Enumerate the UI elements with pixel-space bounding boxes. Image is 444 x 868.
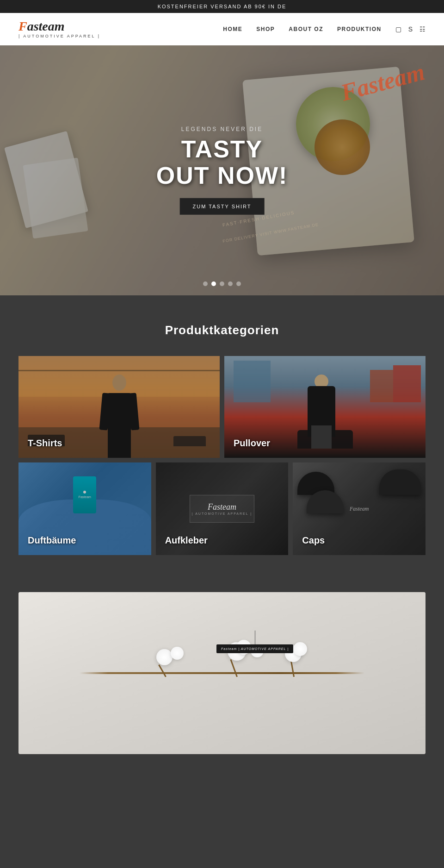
top-banner: KOSTENFREIER VERSAND AB 90€ IN DE xyxy=(0,0,444,13)
category-aufkleber[interactable]: Fasteam | AUTOMOTIVE APPAREL | Aufkleber xyxy=(156,462,289,555)
user-icon[interactable]: S xyxy=(408,25,413,33)
main-nav: HOME SHOP ABOUT OZ PRODUKTION ▢ S ☷ xyxy=(223,25,426,33)
dot-5[interactable] xyxy=(236,281,241,286)
hero-content: LEGENDS NEVER DIE TASTY OUT NOW! ZUM TAS… xyxy=(156,126,288,215)
nav-home[interactable]: HOME xyxy=(223,26,242,32)
nav-produktion[interactable]: PRODUKTION xyxy=(337,26,382,32)
hero-dots xyxy=(203,281,241,286)
categories-title: Produktkategorien xyxy=(18,323,426,337)
hero-cta-button[interactable]: ZUM TASTY SHIRT xyxy=(180,198,265,215)
dot-4[interactable] xyxy=(228,281,233,286)
bottom-section: Fasteam | AUTOMOTIVE APPAREL | xyxy=(0,583,444,773)
category-tshirts[interactable]: T-Shirts xyxy=(18,356,220,458)
dot-3[interactable] xyxy=(220,281,224,286)
nav-shop[interactable]: SHOP xyxy=(256,26,275,32)
cart-icon[interactable]: ☷ xyxy=(419,25,426,33)
hero-title: TASTY OUT NOW! xyxy=(156,136,288,189)
cat-aufkleber-label: Aufkleber xyxy=(165,535,208,546)
nav-icons: ▢ S ☷ xyxy=(395,25,426,33)
logo-text: Fasteam xyxy=(18,20,65,33)
dot-2[interactable] xyxy=(211,281,216,286)
brand-tag: Fasteam | AUTOMOTIVE APPAREL | xyxy=(216,644,293,653)
dot-1[interactable] xyxy=(203,281,208,286)
header: Fasteam | AUTOMOTIVE APPAREL | HOME SHOP… xyxy=(0,13,444,45)
categories-top-grid: T-Shirts Pullover xyxy=(18,356,426,458)
bottom-cotton-image: Fasteam | AUTOMOTIVE APPAREL | xyxy=(18,592,426,754)
categories-section: Produktkategorien xyxy=(0,295,444,583)
cat-duftbaume-label: Duftbäume xyxy=(28,535,76,546)
hero-section: Fasteam FAST·FRESH·DELICIOUS FOR DELIVER… xyxy=(0,45,444,295)
category-duftbaume[interactable]: Fasteam Duftbäume xyxy=(18,462,151,555)
hero-subtitle: LEGENDS NEVER DIE xyxy=(156,126,288,132)
cat-tshirts-label: T-Shirts xyxy=(28,438,62,449)
category-pullover[interactable]: Pullover xyxy=(224,356,426,458)
categories-bottom-grid: Fasteam Duftbäume Fasteam | AUTOMOTIVE A… xyxy=(18,462,426,555)
cat-pullover-label: Pullover xyxy=(234,438,270,449)
logo[interactable]: Fasteam | AUTOMOTIVE APPAREL | xyxy=(18,20,100,38)
banner-text: KOSTENFREIER VERSAND AB 90€ IN DE xyxy=(158,4,287,9)
nav-about[interactable]: ABOUT OZ xyxy=(289,26,323,32)
search-icon[interactable]: ▢ xyxy=(395,25,401,33)
logo-subtitle: | AUTOMOTIVE APPAREL | xyxy=(18,34,100,38)
category-caps[interactable]: Fasteam Caps xyxy=(293,462,426,555)
cat-caps-label: Caps xyxy=(302,535,325,546)
